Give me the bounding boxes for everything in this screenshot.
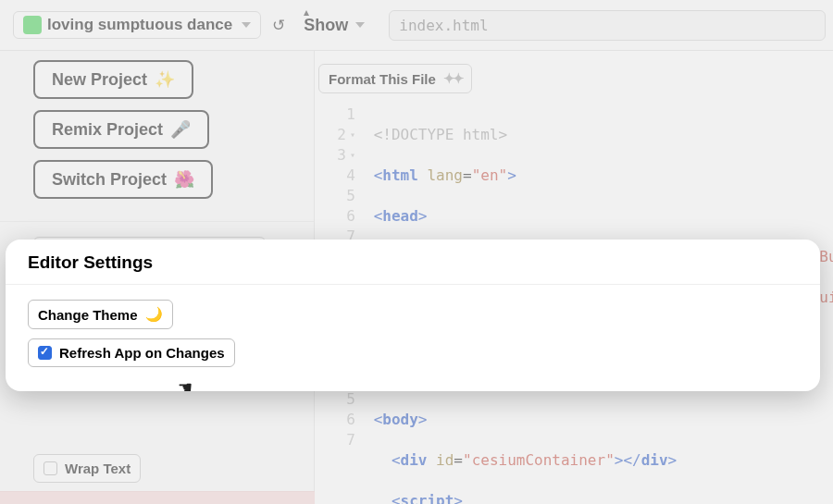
scroll-up-caret-icon[interactable]: ▴ (304, 6, 309, 18)
sidebar-footer-bar (0, 491, 315, 504)
rewind-icon[interactable]: ↺ (272, 16, 285, 35)
checkbox-icon (44, 461, 57, 475)
new-project-label: New Project (52, 70, 147, 90)
sparkles-icon: ✨ (155, 69, 175, 90)
top-bar: loving sumptuous dance ↺ Show (0, 0, 833, 51)
remix-project-button[interactable]: Remix Project 🎤 (33, 110, 209, 149)
editor-settings-card: Editor Settings Change Theme 🌙 Refresh A… (6, 240, 820, 391)
wrap-text-label: Wrap Text (65, 461, 131, 476)
sparkle-icon: ✦✦ (443, 70, 462, 87)
cursor-pointer-icon: ☚ (178, 377, 193, 398)
moon-icon: 🌙 (145, 306, 163, 323)
switch-project-label: Switch Project (52, 170, 167, 190)
remix-project-label: Remix Project (52, 120, 163, 140)
show-label: Show (304, 16, 348, 35)
change-theme-button[interactable]: Change Theme 🌙 (28, 300, 173, 329)
switch-project-button[interactable]: Switch Project 🌺 (33, 160, 213, 199)
refresh-on-changes-toggle[interactable]: Refresh App on Changes (28, 338, 235, 367)
new-project-button[interactable]: New Project ✨ (33, 60, 193, 99)
format-file-label: Format This File (329, 71, 436, 87)
flower-icon: 🌺 (174, 169, 194, 190)
microphone-icon: 🎤 (170, 119, 191, 140)
chevron-down-icon (242, 22, 251, 28)
wrap-text-toggle[interactable]: Wrap Text (33, 454, 141, 483)
file-path-input[interactable] (389, 10, 826, 41)
project-switcher[interactable]: loving sumptuous dance (13, 11, 261, 39)
project-avatar-icon (23, 16, 42, 34)
checkbox-checked-icon (38, 346, 52, 360)
project-name: loving sumptuous dance (47, 16, 232, 34)
show-dropdown[interactable]: Show (304, 16, 365, 35)
format-file-button[interactable]: Format This File ✦✦ (318, 64, 472, 93)
change-theme-label: Change Theme (38, 307, 138, 323)
chevron-down-icon (355, 22, 365, 28)
refresh-on-changes-label: Refresh App on Changes (59, 345, 225, 361)
editor-settings-heading: Editor Settings (28, 252, 798, 273)
